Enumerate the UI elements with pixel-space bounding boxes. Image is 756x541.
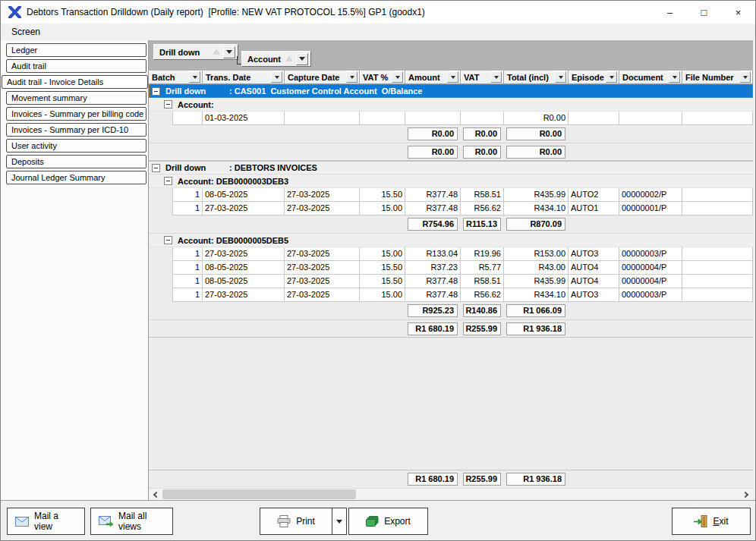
column-filter-button[interactable] xyxy=(447,71,458,83)
grid-cell[interactable]: R434.10 xyxy=(504,202,569,215)
mail-a-view-button[interactable]: Mail a view xyxy=(7,508,85,535)
grid-cell[interactable]: R133.04 xyxy=(405,247,461,261)
scroll-left-button[interactable] xyxy=(149,489,162,500)
grid-cell[interactable]: R43.00 xyxy=(504,261,569,275)
grid-cell[interactable]: R434.10 xyxy=(504,288,569,302)
grid-cell[interactable] xyxy=(682,247,753,261)
grid-cell[interactable]: 27-03-2025 xyxy=(285,261,360,275)
grid-cell[interactable] xyxy=(360,112,405,125)
table-row[interactable]: 127-03-202527-03-202515.00R133.04R19.96R… xyxy=(149,247,753,261)
column-header-file-number[interactable]: File Number xyxy=(682,71,753,83)
print-button[interactable]: Print xyxy=(260,508,332,535)
minimize-button[interactable]: – xyxy=(653,1,687,24)
grid-cell[interactable]: 00000003/P xyxy=(619,247,682,261)
grid-cell[interactable]: 27-03-2025 xyxy=(285,188,360,202)
grid-cell[interactable]: 01-03-2025 xyxy=(203,112,285,125)
grid-cell[interactable]: 15.00 xyxy=(360,202,405,215)
sidebar-item[interactable]: Audit trail - Invoice Details xyxy=(2,75,148,89)
column-header-batch[interactable]: Batch xyxy=(149,71,203,83)
grid-cell[interactable]: 27-03-2025 xyxy=(203,202,285,215)
table-row[interactable]: 108-05-202527-03-202515.50R37.23R5.77R43… xyxy=(149,261,753,275)
grid-cell[interactable]: 1 xyxy=(172,275,203,288)
grid-cell[interactable]: 1 xyxy=(172,188,203,202)
grid-cell[interactable]: 27-03-2025 xyxy=(285,247,360,261)
account-group-row[interactable]: Account: DEB0000005DEB5 xyxy=(149,234,753,247)
grid-cell[interactable]: R37.23 xyxy=(405,261,461,275)
grid-cell[interactable]: 00000001/P xyxy=(619,202,682,215)
sidebar-item[interactable]: User activity xyxy=(6,139,146,153)
grid-cell[interactable] xyxy=(285,112,360,125)
column-filter-button[interactable] xyxy=(669,71,680,83)
collapse-group-button[interactable] xyxy=(152,87,160,96)
grid-cell[interactable] xyxy=(682,288,753,302)
exit-button[interactable]: Exit xyxy=(672,508,751,535)
column-filter-button[interactable] xyxy=(346,71,358,83)
column-filter-button[interactable] xyxy=(490,71,502,83)
drilldown-group-row[interactable]: Drill down: CAS001 Customer Control Acco… xyxy=(149,84,753,98)
close-button[interactable]: × xyxy=(721,1,755,24)
sidebar-item[interactable]: Journal Ledger Summary xyxy=(6,171,146,184)
grid-cell[interactable] xyxy=(569,112,619,125)
mail-all-views-button[interactable]: Mail all views xyxy=(90,508,173,535)
sidebar-item[interactable]: Invoices - Summary per ICD-10 xyxy=(6,123,146,137)
grid-cell[interactable]: R19.96 xyxy=(461,247,504,261)
menu-screen[interactable]: Screen xyxy=(7,25,45,39)
account-group-row[interactable]: Account: xyxy=(149,98,753,112)
account-group-row[interactable]: Account: DEB0000003DEB3 xyxy=(149,175,753,188)
column-header-capture-date[interactable]: Capture Date xyxy=(285,71,360,83)
grid-cell[interactable]: AUTO4 xyxy=(569,275,619,288)
grid-cell[interactable]: R153.00 xyxy=(504,247,569,261)
collapse-group-button[interactable] xyxy=(164,100,172,109)
grid-cell[interactable]: 00000004/P xyxy=(619,261,682,275)
grid-cell[interactable] xyxy=(682,261,753,275)
column-header-document[interactable]: Document xyxy=(619,71,682,83)
grid-cell[interactable]: R56.62 xyxy=(461,202,504,215)
grid-cell[interactable]: 1 xyxy=(172,202,203,215)
horizontal-scrollbar[interactable] xyxy=(149,488,753,500)
grid-cell[interactable]: AUTO2 xyxy=(569,188,619,202)
grid-cell[interactable]: 1 xyxy=(172,261,203,275)
grid-cell[interactable]: 1 xyxy=(172,288,203,302)
grid-cell[interactable]: 08-05-2025 xyxy=(203,188,285,202)
grid-cell[interactable] xyxy=(682,188,753,202)
grid-cell[interactable]: R0.00 xyxy=(504,112,569,125)
table-row[interactable]: 127-03-202527-03-202515.00R377.48R56.62R… xyxy=(149,202,753,215)
column-filter-button[interactable] xyxy=(606,71,617,83)
scrollbar-thumb[interactable] xyxy=(162,489,356,499)
column-filter-button[interactable] xyxy=(189,71,200,83)
grid-cell[interactable]: 08-05-2025 xyxy=(203,261,285,275)
grid-cell[interactable]: 27-03-2025 xyxy=(285,202,360,215)
column-filter-button[interactable] xyxy=(392,71,403,83)
sidebar-item[interactable]: Deposits xyxy=(6,155,146,168)
grid-cell[interactable]: AUTO1 xyxy=(569,202,619,215)
column-filter-button[interactable] xyxy=(739,71,751,83)
grid-cell[interactable]: R377.48 xyxy=(405,288,461,302)
grid-cell[interactable]: 27-03-2025 xyxy=(203,247,285,261)
collapse-group-button[interactable] xyxy=(164,177,172,185)
column-filter-button[interactable] xyxy=(271,71,282,83)
column-header-total-incl-[interactable]: Total (incl) xyxy=(504,71,569,83)
collapse-group-button[interactable] xyxy=(164,236,172,244)
grid-cell[interactable]: R58.51 xyxy=(461,275,504,288)
column-header-episode[interactable]: Episode xyxy=(569,71,619,83)
table-row[interactable]: 108-05-202527-03-202515.50R377.48R58.51R… xyxy=(149,275,753,288)
sidebar-item[interactable]: Ledger xyxy=(6,43,146,57)
column-header-trans-date[interactable]: Trans. Date xyxy=(203,71,285,83)
grid-cell[interactable]: 15.50 xyxy=(360,188,405,202)
grid-cell[interactable]: 15.00 xyxy=(360,247,405,261)
grid-cell[interactable]: AUTO4 xyxy=(569,261,619,275)
grid-cell[interactable] xyxy=(172,112,203,125)
grid-cell[interactable]: 1 xyxy=(172,247,203,261)
column-header-vat-[interactable]: VAT % xyxy=(360,71,405,83)
sidebar-item[interactable]: Movement summary xyxy=(6,91,146,105)
column-header-vat[interactable]: VAT xyxy=(461,71,504,83)
grid-cell[interactable]: R377.48 xyxy=(405,275,461,288)
grid-cell[interactable]: R435.99 xyxy=(504,188,569,202)
grid-cell[interactable]: 27-03-2025 xyxy=(203,288,285,302)
grid-cell[interactable]: 08-05-2025 xyxy=(203,275,285,288)
grid-cell[interactable]: AUTO3 xyxy=(569,288,619,302)
group-chip-account[interactable]: Account xyxy=(241,51,311,67)
grid-cell[interactable]: R5.77 xyxy=(461,261,504,275)
grid-cell[interactable]: 00000002/P xyxy=(619,188,682,202)
sidebar-item[interactable]: Audit trail xyxy=(6,59,146,73)
